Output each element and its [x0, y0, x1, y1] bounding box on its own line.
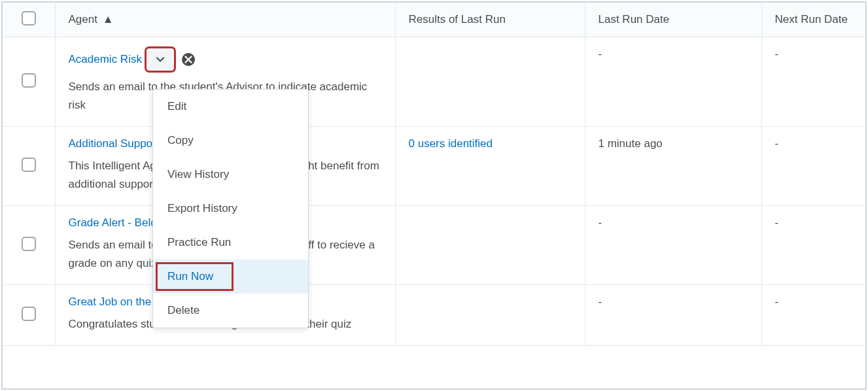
agents-table: Agent ▲ Results of Last Run Last Run Dat…	[3, 3, 865, 346]
row-checkbox[interactable]	[22, 73, 36, 88]
results-cell	[395, 37, 585, 127]
next-run-cell: -	[761, 285, 865, 346]
next-run-cell: -	[761, 127, 865, 206]
agents-table-container: Agent ▲ Results of Last Run Last Run Dat…	[1, 1, 867, 390]
row-checkbox-cell	[3, 285, 55, 346]
results-cell	[395, 206, 585, 285]
table-row: Academic Risk Sends an email to the stud…	[3, 37, 865, 127]
agent-actions-menu: Edit Copy View History Export History Pr…	[152, 89, 309, 328]
table-header-row: Agent ▲ Results of Last Run Last Run Dat…	[3, 3, 865, 37]
sort-ascending-icon: ▲	[103, 13, 114, 26]
agent-title-row: Academic Risk	[69, 48, 382, 71]
menu-item-run-now[interactable]: Run Now	[153, 260, 308, 294]
agent-link[interactable]: Academic Risk	[69, 53, 142, 66]
next-run-cell: -	[761, 37, 865, 127]
header-results-label: Results of Last Run	[409, 13, 506, 26]
last-run-cell: -	[585, 37, 761, 127]
row-checkbox-cell	[3, 206, 55, 285]
row-checkbox[interactable]	[22, 158, 36, 172]
row-checkbox[interactable]	[22, 237, 36, 251]
header-checkbox-cell	[3, 3, 55, 37]
menu-item-view-history[interactable]: View History	[153, 158, 308, 192]
chevron-down-icon	[155, 54, 165, 65]
next-run-cell: -	[761, 206, 865, 285]
row-checkbox[interactable]	[22, 307, 36, 321]
results-cell	[395, 285, 585, 346]
table-row: Additional Support This Intelligent Agen…	[3, 127, 865, 206]
header-next-run[interactable]: Next Run Date	[761, 3, 865, 37]
last-run-cell: -	[585, 285, 761, 346]
results-link[interactable]: 0 users identified	[409, 137, 493, 150]
menu-item-copy[interactable]: Copy	[153, 124, 308, 158]
table-body: Academic Risk Sends an email to the stud…	[3, 37, 865, 346]
agent-actions-dropdown-button[interactable]	[146, 48, 175, 71]
table-row: Grade Alert - Below 80% Sends an email t…	[3, 206, 865, 285]
menu-item-edit[interactable]: Edit	[153, 90, 308, 124]
menu-item-export-history[interactable]: Export History	[153, 192, 308, 226]
header-results[interactable]: Results of Last Run	[395, 3, 585, 37]
header-next-run-label: Next Run Date	[775, 13, 848, 26]
last-run-cell: -	[585, 206, 761, 285]
last-run-cell: 1 minute ago	[585, 127, 761, 206]
header-last-run[interactable]: Last Run Date	[585, 3, 761, 37]
results-cell: 0 users identified	[395, 127, 585, 206]
disabled-icon	[181, 52, 196, 67]
select-all-checkbox[interactable]	[22, 11, 36, 26]
row-checkbox-cell	[3, 37, 55, 127]
table-row: Great Job on the Quiz! Congratulates stu…	[3, 285, 865, 346]
menu-item-delete[interactable]: Delete	[153, 294, 308, 328]
header-agent[interactable]: Agent ▲	[55, 3, 395, 37]
header-last-run-label: Last Run Date	[599, 13, 670, 26]
row-checkbox-cell	[3, 127, 55, 206]
agent-link[interactable]: Additional Support	[69, 137, 160, 150]
menu-item-practice-run[interactable]: Practice Run	[153, 226, 308, 260]
header-agent-label: Agent	[69, 13, 97, 26]
